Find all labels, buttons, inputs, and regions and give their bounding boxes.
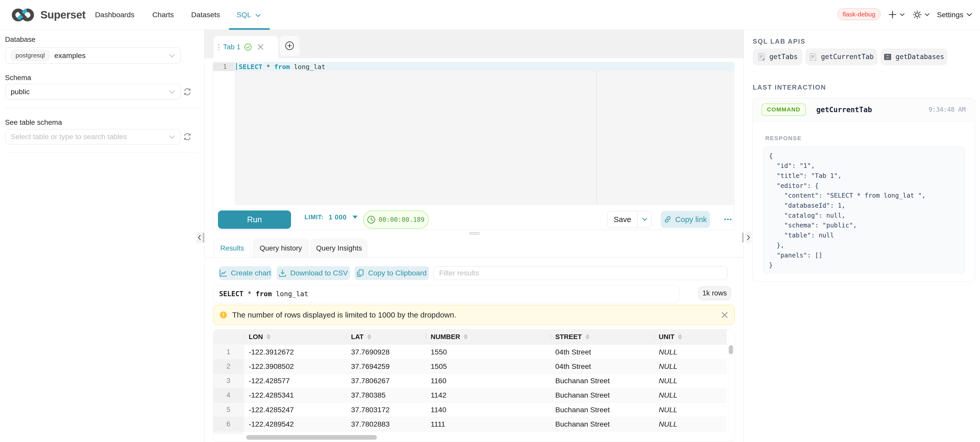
chart-icon [219,269,227,277]
nav-item-datasets[interactable]: Datasets [191,0,220,29]
query-tab[interactable]: Tab 1 [213,36,278,58]
editor-toolbar: Run LIMIT: 1 000 00:00:00.189 Save [213,205,734,230]
get-current-tab-button[interactable]: getCurrentTab [805,48,877,65]
tab-query-insights[interactable]: Query Insights [311,239,368,257]
plus-icon [888,11,897,19]
limit-value: 1 000 [328,213,347,221]
filter-results-input[interactable]: Filter results [434,266,727,280]
database-label: Database [5,35,36,44]
sidebar-resize-thumb[interactable] [203,233,204,243]
tab-results[interactable]: Results [213,239,251,257]
save-dropdown-button[interactable] [638,211,652,228]
database-engine-tag: postgresql [11,50,50,61]
table-schema-label: See table schema [5,118,62,126]
vertical-scrollbar[interactable] [729,345,733,354]
save-button[interactable]: Save [608,211,638,228]
get-tabs-button[interactable]: getTabs [753,48,803,65]
plus-circle-icon [285,41,294,50]
last-interaction-title: LAST INTERACTION [753,84,826,91]
chevron-down-icon [924,13,930,16]
table-row-partial [213,431,727,434]
column-header-lat[interactable]: LAT [346,330,426,345]
api-panel-resize-thumb[interactable] [742,233,743,243]
copy-link-button[interactable]: Copy link [661,211,710,228]
table-row[interactable]: 6-122.428954237.78028831111Buchanan Stre… [213,417,727,431]
command-name: getCurrentTab [816,105,872,114]
table-row[interactable]: 3-122.42857737.78062671160Buchanan Stree… [213,374,727,388]
limit-dropdown[interactable]: LIMIT: 1 000 [305,205,358,230]
close-alert-icon[interactable] [721,311,729,319]
database-select[interactable]: postgresql examples [5,48,181,64]
schema-select[interactable]: public [5,84,181,99]
filter-placeholder: Filter results [439,269,479,277]
response-label: RESPONSE [765,135,802,142]
active-nav-indicator [229,28,270,30]
nav-item-sql[interactable]: SQL [237,0,261,29]
environment-tag: flask-debug [837,8,881,20]
brand-name: Superset [40,9,86,21]
editor-gutter: 1 [213,62,235,205]
chevron-down-icon [169,52,175,59]
sidebar-resize-handle[interactable] [204,30,205,442]
query-preview: SELECT * from long_lat [213,285,679,303]
add-tab-button[interactable] [280,36,300,56]
code-editor[interactable]: SELECT * from long_lat 1 [213,62,734,205]
chevron-down-icon [169,88,175,95]
interaction-card: COMMAND getCurrentTab 9:34:48 AM RESPONS… [752,98,975,282]
table-row[interactable]: 2-122.390850237.7694259150504th StreetNU… [213,359,727,374]
close-tab-icon[interactable] [258,44,264,50]
row-limit-alert: The number of rows displayed is limited … [213,305,735,325]
caret-down-icon [353,215,358,219]
sql-code-line: SELECT * from long_lat [239,63,325,71]
link-icon [663,215,672,223]
superset-logo-icon [11,8,35,22]
save-split-button: Save [607,211,652,228]
superset-logo[interactable]: Superset [11,8,86,22]
results-panel-border [205,257,744,258]
new-item-menu[interactable] [888,0,905,29]
table-row[interactable]: 5-122.428524737.78031721140Buchanan Stre… [213,403,727,417]
table-row[interactable]: 1-122.391267237.7690928155004th StreetNU… [213,345,727,359]
table-select[interactable]: Select table or type to search tables [5,129,181,145]
refresh-tables-button[interactable] [183,132,191,141]
column-header-number[interactable]: NUMBER [426,330,550,345]
api-panel-resize-handle[interactable] [744,30,744,442]
more-actions-button[interactable] [722,211,734,228]
schema-value: public [11,88,30,96]
schema-label: Schema [5,74,31,82]
rows-count-button[interactable]: 1k rows [698,286,731,300]
table-row[interactable]: 4-122.428534137.7803851142Buchanan Stree… [213,388,727,402]
get-databases-button[interactable]: getDatabases [880,48,947,65]
collapse-api-panel-button[interactable] [745,231,752,244]
sort-icon [266,334,271,340]
drag-dots-icon [218,43,220,51]
warning-icon [220,311,227,319]
tab-query-history[interactable]: Query history [253,239,309,257]
chevron-right-icon [747,235,750,241]
query-tab-title: Tab 1 [223,43,240,51]
sort-icon [678,334,682,340]
sidebar: Database postgresql examples Schema publ… [0,30,205,442]
collapse-sidebar-button[interactable] [196,231,203,244]
line-number: 1 [213,63,235,71]
interaction-card-header: COMMAND getCurrentTab 9:34:48 AM [752,98,975,122]
chevron-left-icon [198,235,201,241]
column-header-lon[interactable]: LON [244,330,346,345]
results-table: LONLATNUMBERSTREETUNIT 1-122.391267237.7… [213,329,735,442]
create-chart-button[interactable]: Create chart [219,266,272,280]
column-header-unit[interactable]: UNIT [654,330,727,345]
run-button[interactable]: Run [218,211,291,229]
elapsed-time-value: 00:00:00.189 [379,216,425,223]
nav-item-charts[interactable]: Charts [152,0,174,29]
column-header-street[interactable]: STREET [550,330,654,345]
theme-menu[interactable] [913,0,930,29]
download-csv-button[interactable]: Download to CSV [277,266,350,280]
horizontal-scrollbar[interactable] [246,435,377,440]
copy-clipboard-button[interactable]: Copy to Clipboard [354,266,429,280]
card-file-box-icon [884,53,892,61]
refresh-schemas-button[interactable] [183,88,191,96]
nav-item-dashboards[interactable]: Dashboards [95,0,135,29]
settings-menu[interactable]: Settings [937,0,972,29]
panel-resize-handle[interactable] [469,232,480,235]
api-panel-title: SQL LAB APIS [753,38,806,45]
